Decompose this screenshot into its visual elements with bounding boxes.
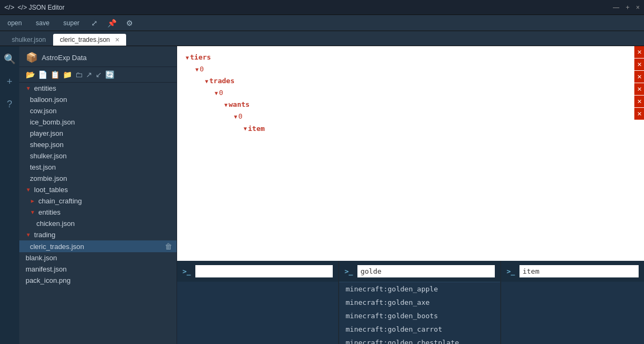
key-wants[interactable]: wants bbox=[229, 99, 250, 111]
tree-file-balloon[interactable]: balloon.json bbox=[19, 94, 177, 105]
bottom-panel-2-top: >_ bbox=[339, 261, 500, 282]
close-btn-5[interactable]: ✕ bbox=[634, 96, 644, 107]
bottom-panel-2: >_ minecraft:golden_apple minecraft:gold… bbox=[339, 261, 500, 344]
autocomplete-item-golden-apple[interactable]: minecraft:golden_apple bbox=[339, 282, 500, 296]
input-panel-1[interactable] bbox=[195, 265, 333, 277]
arrow-item[interactable]: ▼ bbox=[244, 124, 247, 133]
tree-file-ice-bomb[interactable]: ice_bomb.json bbox=[19, 116, 177, 128]
arrow-wants[interactable]: ▼ bbox=[224, 100, 228, 109]
file-label-manifest: manifest.json bbox=[26, 265, 67, 273]
tree-file-sheep[interactable]: sheep.json bbox=[19, 139, 177, 150]
json-node-item: ▼ item bbox=[186, 123, 635, 135]
input-panel-3[interactable] bbox=[519, 265, 639, 277]
tree-file-shulker[interactable]: shulker.json bbox=[19, 150, 177, 162]
tree-file-manifest[interactable]: manifest.json bbox=[19, 264, 177, 275]
settings-icon[interactable]: ⚙ bbox=[126, 19, 133, 27]
app-icon: </> bbox=[4, 3, 14, 11]
arrow-chain-crafting: ► bbox=[30, 198, 35, 204]
tree-folder-trading[interactable]: ▼ trading bbox=[19, 229, 177, 240]
autocomplete-item-golden-carrot[interactable]: minecraft:golden_carrot bbox=[339, 323, 500, 336]
help-icon[interactable]: ? bbox=[1, 96, 18, 113]
tabs-bar: shulker.json cleric_trades.json ✕ bbox=[0, 31, 644, 46]
action-new-folder[interactable]: 📁 bbox=[63, 70, 72, 79]
arrow-wants-0[interactable]: ▼ bbox=[234, 112, 237, 121]
action-folder-outline[interactable]: 🗀 bbox=[75, 70, 83, 79]
tree-file-cow[interactable]: cow.json bbox=[19, 105, 177, 116]
save-button[interactable]: save bbox=[34, 18, 52, 28]
tree-file-pack-icon[interactable]: pack_icon.png bbox=[19, 275, 177, 286]
body-area: 🔍 + ? 📦 AstroExp Data 📂 📄 📋 📁 🗀 ↗ ↙ bbox=[0, 46, 644, 344]
arrow-trading: ▼ bbox=[26, 232, 31, 238]
minimize-button[interactable]: — bbox=[613, 4, 619, 11]
close-tab-icon[interactable]: ✕ bbox=[115, 36, 120, 43]
autocomplete-item-golden-chestplate[interactable]: minecraft:golden_chestplate bbox=[339, 336, 500, 344]
action-open-folder[interactable]: 📂 bbox=[26, 70, 35, 79]
sidebar-with-icons: 🔍 + ? 📦 AstroExp Data 📂 📄 📋 📁 🗀 ↗ ↙ bbox=[0, 46, 177, 344]
close-buttons-group: ✕ ✕ ✕ ✕ ✕ ✕ bbox=[634, 46, 644, 120]
arrow-trades[interactable]: ▼ bbox=[205, 77, 208, 86]
arrow-tiers-0[interactable]: ▼ bbox=[195, 65, 199, 74]
bottom-panels: >_ >_ minecraft:golden_apple minecraft:g… bbox=[177, 261, 644, 344]
key-item[interactable]: item bbox=[248, 123, 265, 135]
delete-file-icon[interactable]: 🗑 bbox=[165, 242, 172, 251]
folder-label-trading: trading bbox=[34, 231, 56, 239]
action-collapse[interactable]: ↙ bbox=[96, 70, 102, 79]
tree-folder-loot-entities[interactable]: ▼ entities bbox=[19, 207, 177, 218]
file-label-shulker: shulker.json bbox=[30, 152, 67, 160]
left-icons-column: 🔍 + ? bbox=[0, 46, 19, 344]
key-tiers[interactable]: tiers bbox=[190, 52, 211, 63]
maximize-button[interactable]: + bbox=[626, 4, 630, 11]
key-trades-0[interactable]: 0 bbox=[219, 87, 223, 99]
super-button[interactable]: super bbox=[61, 18, 82, 28]
arrow-entities: ▼ bbox=[26, 85, 31, 91]
bottom-panel-3: >_ bbox=[501, 261, 644, 344]
action-refresh[interactable]: 🔄 bbox=[105, 70, 114, 79]
file-label-blank: blank.json bbox=[26, 254, 57, 262]
action-new-file[interactable]: 📄 bbox=[38, 70, 47, 79]
tree-file-cleric-trades[interactable]: cleric_trades.json 🗑 bbox=[19, 240, 177, 252]
expand-icon[interactable]: ⤢ bbox=[91, 19, 98, 27]
tab-cleric-trades[interactable]: cleric_trades.json ✕ bbox=[53, 34, 126, 46]
tree-folder-chain-crafting[interactable]: ► chain_crafting bbox=[19, 195, 177, 207]
key-wants-0[interactable]: 0 bbox=[238, 111, 243, 122]
close-btn-4[interactable]: ✕ bbox=[634, 83, 644, 95]
action-new-file-2[interactable]: 📋 bbox=[50, 70, 60, 79]
json-node-trades: ▼ trades bbox=[186, 75, 635, 87]
arrow-loot-entities: ▼ bbox=[30, 209, 35, 215]
arrow-tiers[interactable]: ▼ bbox=[186, 53, 189, 62]
tree-file-test[interactable]: test.json bbox=[19, 162, 177, 173]
key-trades[interactable]: trades bbox=[209, 75, 235, 87]
arrow-trades-0[interactable]: ▼ bbox=[215, 89, 218, 98]
search-icon[interactable]: 🔍 bbox=[1, 50, 18, 68]
pin-icon[interactable]: 📌 bbox=[107, 19, 116, 27]
title-bar: </> </> JSON Editor — + × bbox=[0, 0, 644, 15]
input-panel-2[interactable] bbox=[357, 265, 495, 277]
action-expand[interactable]: ↗ bbox=[86, 70, 92, 79]
json-node-tiers-0: ▼ 0 bbox=[186, 63, 635, 75]
tree-folder-entities[interactable]: ▼ entities bbox=[19, 83, 177, 94]
close-btn-6[interactable]: ✕ bbox=[634, 108, 644, 120]
file-label-test: test.json bbox=[30, 163, 56, 171]
close-btn-1[interactable]: ✕ bbox=[634, 46, 644, 58]
tree-file-zombie[interactable]: zombie.json bbox=[19, 173, 177, 184]
close-button[interactable]: × bbox=[636, 4, 640, 11]
tree-file-player[interactable]: player.json bbox=[19, 128, 177, 139]
tab-shulker[interactable]: shulker.json bbox=[5, 34, 52, 46]
json-node-tiers: ▼ tiers bbox=[186, 52, 635, 63]
tree-folder-loot-tables[interactable]: ▼ loot_tables bbox=[19, 184, 177, 195]
folder-label-entities: entities bbox=[34, 84, 56, 92]
open-button[interactable]: open bbox=[5, 18, 24, 28]
key-tiers-0[interactable]: 0 bbox=[200, 63, 204, 75]
close-btn-3[interactable]: ✕ bbox=[634, 71, 644, 83]
folder-label-loot-tables: loot_tables bbox=[34, 186, 68, 194]
json-tree: ▼ tiers ▼ 0 ▼ trades ▼ bbox=[177, 46, 644, 140]
tree-file-blank[interactable]: blank.json bbox=[19, 252, 177, 264]
autocomplete-item-golden-boots[interactable]: minecraft:golden_boots bbox=[339, 309, 500, 323]
add-icon[interactable]: + bbox=[1, 73, 18, 90]
file-label-chicken: chicken.json bbox=[36, 219, 75, 228]
close-btn-2[interactable]: ✕ bbox=[634, 58, 644, 70]
sidebar: 📦 AstroExp Data 📂 📄 📋 📁 🗀 ↗ ↙ 🔄 bbox=[19, 46, 177, 344]
tree-file-chicken[interactable]: chicken.json bbox=[19, 218, 177, 229]
autocomplete-item-golden-axe[interactable]: minecraft:golden_axe bbox=[339, 296, 500, 309]
prompt-1: >_ bbox=[182, 267, 191, 275]
